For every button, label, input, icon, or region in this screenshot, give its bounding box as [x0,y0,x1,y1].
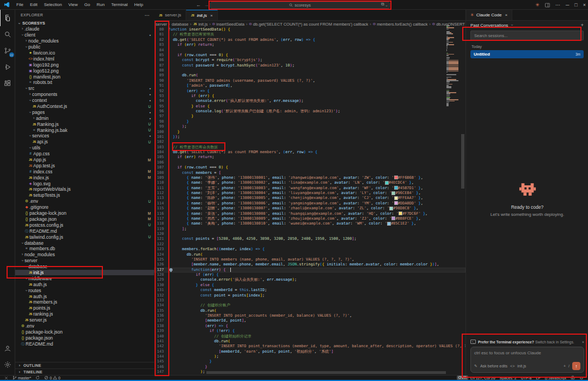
tree-file-server-js[interactable]: JSserver.js [15,317,154,323]
code-line-139[interactable]: 139 if (!err) { [154,329,465,334]
code-line-125[interactable]: 125 'INSERT INTO members (name, phone, e… [154,257,465,262]
explorer-more-icon[interactable]: ⋯ [145,13,150,18]
tree-file-package-json[interactable]: {}package.jsonM [15,216,154,222]
code-line-112[interactable]: 112 { name: '刘洋', phone: '13800138004', … [154,191,465,196]
code-line-141[interactable]: 141 db.run( [154,339,465,344]
code-line-91[interactable]: 91 ['admin', password], [154,83,465,88]
code-line-142[interactable]: 142 'INSERT INTO point_transactions (mem… [154,344,465,349]
code-line-114[interactable]: 114 { name: '杨明', phone: '13800138006', … [154,201,465,206]
attach-button[interactable]: + [564,364,566,368]
code-line-109[interactable]: 109 { name: '张伟', phone: '13800138001', … [154,176,465,180]
remote-indicator[interactable] [2,376,10,380]
tree-file-index-js[interactable]: JSindex.jsM [15,174,154,180]
code-line-88[interactable]: 88 [154,68,465,73]
tree-file-index-css[interactable]: #index.cssM [15,168,154,174]
code-line-126[interactable]: 126 [member.name, member.phone, member.e… [154,262,465,267]
menu-run[interactable]: Run [93,0,108,10]
lightbulb-icon[interactable] [169,268,173,271]
code-line-100[interactable]: 100 } [154,130,465,135]
code-line-131[interactable]: 131 const memberId = this.lastID; [154,288,465,293]
maximize-button[interactable]: □ [574,2,577,8]
code-line-116[interactable]: 116 { name: '黄强', phone: '13800138008', … [154,211,465,216]
tree-folder--claude[interactable]: ›.claude [15,26,154,32]
code-line-146[interactable]: 146 } [154,365,465,370]
layout-panel-icon[interactable] [545,3,550,8]
overtype-indicator[interactable]: OVR [457,376,468,380]
code-line-110[interactable]: 110 { name: '李娜', phone: '13800138002', … [154,180,465,185]
code-line-124[interactable]: 124 db.run( [154,252,465,257]
code-line-90[interactable]: 90 'INSERT INTO admins (username, passwo… [154,78,465,83]
tree-file-ranking-js-bak[interactable]: ≡Ranking.js.bakU [15,127,154,133]
code-line-93[interactable]: 93 if (err) { [154,94,465,99]
notifications-bell-icon[interactable] [577,376,586,380]
tree-folder-public[interactable]: ›public [15,44,154,50]
tab-close-icon[interactable]: × [505,13,507,17]
code-line-106[interactable]: 106 [154,160,465,165]
code-line-113[interactable]: 113 { name: '陈静', phone: '13800138005', … [154,196,465,201]
tree-file--env[interactable]: ⚙.envU [15,198,154,204]
tree-folder-context[interactable]: ›context● [15,98,154,104]
code-line-81[interactable]: 81 // 检查是否已有管理员 [154,32,465,37]
run-layout-icon[interactable]: ⧉ ⌄ [381,2,388,7]
breadcrumb-item[interactable]: ⊙db.get('SELECT COUNT(*) as count FROM m… [249,22,368,27]
tree-file-logo-svg[interactable]: ◈logo.svg [15,180,154,186]
code-line-143[interactable]: 143 [memberId, 'earn', point, point, '初始… [154,349,465,354]
tree-file-tailwind-config-js[interactable]: JStailwind.config.jsU [15,234,154,240]
tree-file-readme-md[interactable]: ⓘREADME.md [15,228,154,234]
tree-folder-admin[interactable]: ›admin● [15,115,154,121]
sync-indicator[interactable] [33,376,42,380]
code-line-140[interactable]: 140 // 创建初始积分记录 [154,334,465,339]
code-line-98[interactable]: 98 } [154,119,465,124]
code-line-92[interactable]: 92 (err) => { [154,89,465,94]
tree-file-reportwebvitals-js[interactable]: JSreportWebVitals.js [15,186,154,192]
tree-file-points-js[interactable]: JSpoints.js [15,305,154,311]
code-line-119[interactable]: 119 ]; [154,227,465,232]
tree-folder-node-modules[interactable]: ›node_modules [15,252,154,258]
code-line-101[interactable]: 101 }); [154,135,465,140]
breadcrumb-item[interactable]: server [156,22,167,27]
code-line-123[interactable]: 123 members.forEach((member, index) => { [154,247,465,252]
code-line-85[interactable]: 85 if (row.count === 0) { [154,53,465,58]
code-line-134[interactable]: 134 // 创建积分账户 [154,303,465,308]
claude-icon[interactable]: ✳ [535,2,540,8]
code-line-137[interactable]: 137 [memberId, point], [154,318,465,323]
indentation-setting[interactable]: Spaces: 2 [498,376,519,380]
code-line-118[interactable]: 118 { name: '吴梅', phone: '13800138010', … [154,221,465,226]
code-line-130[interactable]: 130 } else { [154,283,465,288]
menu-edit[interactable]: Edit [27,0,41,10]
timeline-panel[interactable]: › TIMELINE [15,368,154,375]
tab-server-js[interactable]: JS server.js [154,10,186,20]
tree-file-app-test-js[interactable]: JSApp.test.js [15,162,154,168]
code-line-111[interactable]: 111 { name: '王芳', phone: '13800138003', … [154,186,465,191]
tree-file--env[interactable]: ⚙.env [15,323,154,329]
tree-file-logo512-png[interactable]: ▣logo512.png [15,68,154,74]
tree-file-members-js[interactable]: JSmembers.js [15,299,154,305]
tree-file-logo192-png[interactable]: ▣logo192.png [15,62,154,68]
workspace-root[interactable]: › SCORESYS [15,20,154,26]
code-line-82[interactable]: 82 db.get('SELECT COUNT(*) as count FROM… [154,38,465,43]
code-line-102[interactable]: 102 [154,140,465,144]
code-line-135[interactable]: 135 db.run( [154,309,465,313]
tree-file-auth-js[interactable]: JSauth.js [15,293,154,299]
search-sidebar-icon[interactable] [0,26,15,43]
language-mode[interactable]: {} JavaScript [543,376,568,380]
tree-folder-pages[interactable]: ›pages● [15,109,154,115]
breadcrumb-item[interactable]: ⊙members.forEach() callback [373,22,428,27]
tree-file-members-db[interactable]: ≡members.db [15,246,154,252]
code-line-136[interactable]: 136 'INSERT INTO point_accounts (member_… [154,313,465,318]
tree-folder-node-modules[interactable]: ›node_modules [15,38,154,44]
code-line-96[interactable]: 96 console.log('默认管理员账户已创建 (用户名: admin, … [154,109,465,114]
code-line-107[interactable]: 107 if (row.count === 0) { [154,165,465,170]
extensions-icon[interactable] [0,75,15,92]
code-line-94[interactable]: 94 console.error('插入默认管理员失败:', err.messa… [154,99,465,104]
tree-file-robots-txt[interactable]: ≡robots.txt [15,80,154,86]
code-line-104[interactable]: 104 db.get('SELECT COUNT(*) as count FRO… [154,150,465,155]
code-line-103[interactable]: 103 // 检查是否已有会员数据 [154,145,465,150]
tree-folder-components[interactable]: ›components● [15,92,154,98]
run-debug-icon[interactable] [0,59,15,75]
tree-file-app-js[interactable]: JSApp.jsM [15,157,154,163]
menu-selection[interactable]: Selection [41,0,65,10]
tree-file--gitignore[interactable]: ◆.gitignore [15,204,154,210]
menu-terminal[interactable]: Terminal [108,0,131,10]
tree-file-package-json[interactable]: {}package.json [15,335,154,341]
